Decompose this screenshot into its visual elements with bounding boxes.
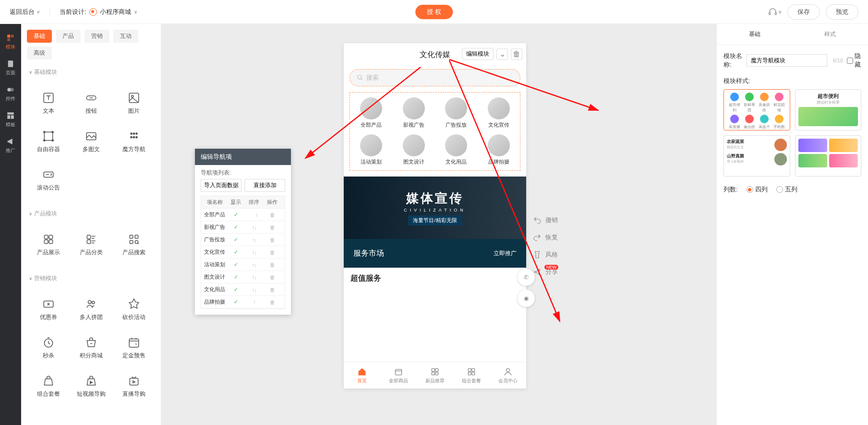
radio-5col[interactable]: 五列 xyxy=(776,185,797,194)
mod-magicnav[interactable]: 魔方导航 xyxy=(112,122,155,161)
svg-rect-30 xyxy=(49,235,53,239)
svg-rect-37 xyxy=(130,240,133,244)
mod-coupon[interactable]: 优惠券 xyxy=(27,290,70,329)
mod-points[interactable]: 积分商城 xyxy=(70,329,112,367)
redo-button[interactable]: 恢复 xyxy=(533,233,558,242)
tab-all[interactable]: 全部商品 xyxy=(380,362,417,389)
style-option-3[interactable]: 农家蔬菜精选自生活 山野真菌早上林看鲜 xyxy=(723,135,790,177)
mod-text[interactable]: 文本 xyxy=(27,84,70,122)
svg-rect-53 xyxy=(468,372,471,375)
phone-preview: 文化传媒 编辑模块 ⌄ 🗑 搜索 全部产品 影视广告 广告投放 文化宣传 活动策… xyxy=(344,43,526,389)
mod-product-search[interactable]: 产品搜索 xyxy=(112,225,155,264)
mod-bargain[interactable]: 砍价活动 xyxy=(112,290,155,329)
svg-point-23 xyxy=(133,132,134,134)
nav-item[interactable]: 广告投放 xyxy=(435,97,478,129)
preview-button[interactable]: 预览 xyxy=(826,4,858,20)
tab-bundle[interactable]: 组合套餐 xyxy=(453,362,490,389)
svg-rect-36 xyxy=(135,235,138,238)
edit-module-button[interactable]: 编辑模块 xyxy=(462,48,494,60)
rail-modules[interactable]: 模块 xyxy=(0,29,21,55)
nav-table: 项名称显示排序操作 全部产品✓ ↓🗑 影视广告✓↑ ↓🗑 广告投放✓↑ ↓🗑 文… xyxy=(201,196,285,309)
rail-widgets[interactable]: 控件 xyxy=(0,81,21,106)
style-option-1[interactable]: 超市便利新鲜果蔬美食烘焙鲜花植物 美发服务食品饮料美妆个护手机数码 xyxy=(723,89,790,130)
table-row[interactable]: 全部产品✓ ↓🗑 xyxy=(201,209,285,221)
svg-point-55 xyxy=(506,368,510,372)
svg-rect-33 xyxy=(87,235,91,239)
nav-item[interactable]: 文化用品 xyxy=(435,134,478,165)
rtab-style[interactable]: 样式 xyxy=(793,24,868,45)
table-row[interactable]: 文化宣传✓↑ ↓🗑 xyxy=(201,246,285,259)
table-row[interactable]: 活动策划✓↑ ↓🗑 xyxy=(201,259,285,271)
back-button[interactable]: 返回后台∨ xyxy=(10,8,40,16)
style-option-4[interactable] xyxy=(795,135,862,177)
nav-item[interactable]: 图文设计 xyxy=(393,134,435,165)
add-directly-button[interactable]: 直接添加 xyxy=(244,179,285,192)
delete-icon[interactable]: 🗑 xyxy=(511,48,522,60)
table-row[interactable]: 广告投放✓↑ ↓🗑 xyxy=(201,234,285,246)
tab-home[interactable]: 首页 xyxy=(344,362,380,389)
hide-checkbox[interactable]: 隐藏 xyxy=(847,52,861,69)
mod-marquee[interactable]: 滚动公告 xyxy=(27,161,70,199)
table-row[interactable]: 影视广告✓↑ ↓🗑 xyxy=(201,221,285,234)
search-input[interactable]: 搜索 xyxy=(350,69,520,86)
mod-product-show[interactable]: 产品展示 xyxy=(27,225,70,264)
svg-rect-1 xyxy=(775,12,776,14)
radio-4col[interactable]: 四列 xyxy=(747,185,768,194)
table-row[interactable]: 文化用品✓↑ ↓🗑 xyxy=(201,283,285,296)
nav-item[interactable]: 品牌拍摄 xyxy=(478,134,520,165)
module-name-input[interactable] xyxy=(747,54,827,67)
svg-rect-3 xyxy=(11,35,14,37)
nav-item[interactable]: 文化宣传 xyxy=(478,97,520,129)
table-row[interactable]: 图文设计✓↑ ↓🗑 xyxy=(201,271,285,283)
style-button[interactable]: 风格 xyxy=(533,250,558,259)
modtab-marketing[interactable]: 营销 xyxy=(84,30,109,43)
nav-item[interactable]: 影视广告 xyxy=(393,97,435,129)
table-row[interactable]: 品牌拍摄✓↑ 🗑 xyxy=(201,296,285,308)
auth-button[interactable]: 授 权 xyxy=(415,5,453,19)
mod-deposit[interactable]: 定金预售 xyxy=(112,329,155,367)
import-page-data-button[interactable]: 导入页面数据 xyxy=(201,179,241,192)
banner-module[interactable]: 媒体宣传 CIVILIZATION 海量节目/精彩无限 xyxy=(344,177,526,239)
mod-shortvideo[interactable]: 短视频导购 xyxy=(70,367,112,405)
mod-product-cat[interactable]: 产品分类 xyxy=(70,225,112,264)
svg-rect-49 xyxy=(432,372,434,375)
svg-rect-0 xyxy=(769,12,771,14)
svg-rect-4 xyxy=(7,38,10,41)
undo-button[interactable]: 撤销 xyxy=(533,216,558,224)
tab-member[interactable]: 会员中心 xyxy=(490,362,526,389)
service-banner[interactable]: 服务市场立即推广 xyxy=(344,239,526,268)
magic-nav-module[interactable]: 全部产品 影视广告 广告投放 文化宣传 活动策划 图文设计 文化用品 品牌拍摄 xyxy=(350,92,520,171)
mod-bundle[interactable]: 组合套餐 xyxy=(27,367,70,405)
style-option-2[interactable]: 超市便利 精选时令鲜果 xyxy=(795,89,862,130)
modtab-interact[interactable]: 互动 xyxy=(113,30,138,43)
mod-flash[interactable]: 秒杀 xyxy=(27,329,70,367)
modtab-product[interactable]: 产品 xyxy=(56,30,81,43)
svg-rect-16 xyxy=(44,132,52,140)
svg-point-7 xyxy=(10,88,14,92)
support-icon[interactable]: ∨ xyxy=(768,5,782,19)
nav-item[interactable]: 全部产品 xyxy=(350,97,393,129)
share-button[interactable]: 分享NEW xyxy=(533,268,558,276)
dropdown-icon[interactable]: ⌄ xyxy=(496,48,508,60)
mod-multiimage[interactable]: 多图文 xyxy=(70,122,112,161)
tab-new[interactable]: 新品推荐 xyxy=(417,362,453,389)
svg-rect-48 xyxy=(435,368,438,371)
phone-float-icon[interactable]: ✆ xyxy=(518,269,535,286)
char-count: 6/10 xyxy=(833,58,843,63)
svg-point-58 xyxy=(539,273,540,275)
rtab-basic[interactable]: 基础 xyxy=(717,24,793,45)
rail-pages[interactable]: 页面 xyxy=(0,55,21,81)
wechat-float-icon[interactable]: ◉ xyxy=(518,290,535,307)
save-button[interactable]: 保存 xyxy=(787,4,820,20)
mod-group[interactable]: 多人拼团 xyxy=(70,290,112,329)
mod-live[interactable]: 直播导购 xyxy=(112,367,155,405)
rail-promo[interactable]: 推广 xyxy=(0,132,21,158)
mod-button[interactable]: 按钮 xyxy=(70,84,112,122)
nav-item[interactable]: 活动策划 xyxy=(350,134,393,165)
mod-image[interactable]: 图片 xyxy=(112,84,155,122)
mod-container[interactable]: 自由容器 xyxy=(27,122,70,161)
design-selector[interactable]: 当前设计: 小程序商城∨ xyxy=(60,8,137,16)
rail-templates[interactable]: 模板 xyxy=(0,106,21,132)
modtab-advanced[interactable]: 高级 xyxy=(27,47,52,59)
modtab-basic[interactable]: 基础 xyxy=(27,30,52,43)
